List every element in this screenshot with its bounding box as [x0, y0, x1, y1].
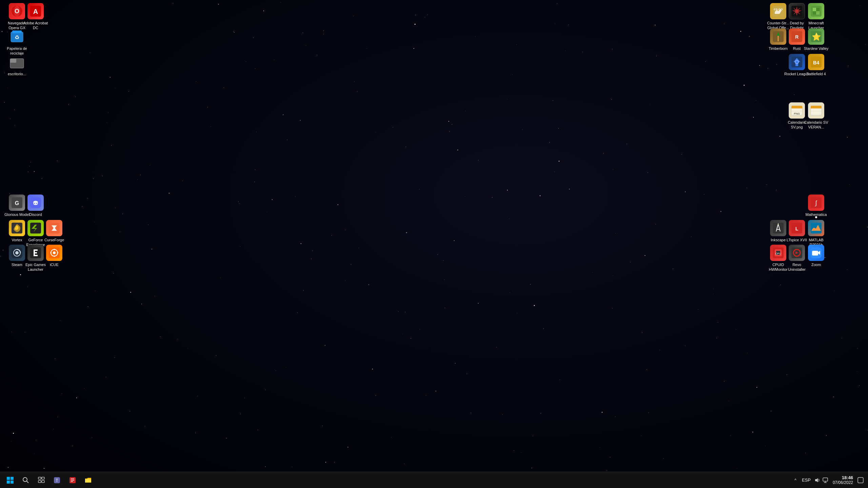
- explorer-button[interactable]: [81, 473, 96, 488]
- start-button[interactable]: [3, 473, 18, 488]
- task-view-button[interactable]: [34, 473, 49, 488]
- acrobat-icon: A: [27, 3, 44, 19]
- escritorio-icon: [9, 54, 25, 70]
- desktop-icon-battlefield[interactable]: B4 Battlefield 4: [801, 53, 831, 78]
- svg-point-21: [15, 251, 19, 255]
- svg-point-14: [34, 203, 35, 204]
- desktop-icon-stardew[interactable]: ⭐ Stardew Valley: [801, 27, 831, 52]
- desktop-icon-discord[interactable]: Discord: [20, 193, 51, 218]
- desktop-icon-escritorio[interactable]: escritorio...: [2, 53, 32, 78]
- svg-line-76: [27, 481, 28, 483]
- svg-rect-77: [38, 477, 41, 479]
- svg-text:∫: ∫: [815, 200, 817, 206]
- escritorio-label: escritorio...: [8, 72, 26, 76]
- volume-icon[interactable]: [814, 477, 821, 484]
- teams-button[interactable]: T: [49, 473, 64, 488]
- svg-rect-55: [811, 107, 822, 108]
- search-button[interactable]: [18, 473, 33, 488]
- mathematica-update-dot: [815, 216, 817, 218]
- system-tray-chevron[interactable]: ^: [792, 477, 799, 484]
- desktop: O Navegador Opera GX A Adobe Acrobat DC …: [0, 0, 868, 472]
- recycle-icon: ♻: [9, 28, 25, 45]
- svg-rect-71: [7, 477, 10, 480]
- svg-text:G: G: [15, 200, 19, 206]
- desktop-icon-mathematica[interactable]: ∫ Mathematica: [801, 193, 831, 218]
- svg-text:T: T: [56, 478, 58, 483]
- svg-rect-73: [7, 481, 10, 484]
- svg-rect-39: [778, 36, 779, 41]
- calendario-veran-icon: [808, 102, 824, 119]
- language-indicator[interactable]: ESP: [800, 477, 812, 484]
- svg-point-15: [36, 203, 37, 204]
- svg-rect-36: [813, 11, 816, 15]
- matlab-icon: [808, 220, 824, 236]
- stardew-icon: ⭐: [808, 28, 824, 45]
- svg-text:PNG: PNG: [794, 112, 800, 115]
- icue-icon: [46, 245, 62, 261]
- battlefield-label: Battlefield 4: [806, 72, 826, 76]
- calendario-veran-label: Calendario SV VERAN...: [803, 120, 830, 130]
- svg-rect-72: [11, 477, 14, 480]
- svg-rect-9: [10, 59, 16, 63]
- rust-label: Rust: [793, 46, 801, 51]
- svg-rect-78: [42, 477, 44, 479]
- clock-date: 07/06/2022: [833, 480, 853, 485]
- svg-rect-87: [823, 478, 828, 481]
- clock-time: 18:46: [842, 475, 853, 480]
- widgets-button[interactable]: [65, 473, 80, 488]
- svg-rect-79: [38, 481, 41, 483]
- notification-button[interactable]: [857, 477, 864, 484]
- taskbar-left: T: [0, 473, 98, 488]
- svg-rect-34: [813, 8, 816, 11]
- svg-text:♻: ♻: [15, 35, 19, 40]
- zoom-icon: [808, 245, 824, 261]
- clock-display[interactable]: 18:46 07/06/2022: [830, 475, 856, 485]
- svg-point-25: [53, 251, 56, 254]
- battlefield-icon: B4: [808, 54, 824, 70]
- svg-text:R: R: [795, 34, 799, 40]
- zoom-label: Zoom: [811, 262, 821, 267]
- desktop-icon-curseforge[interactable]: CurseForge: [39, 219, 69, 244]
- svg-rect-6: [12, 30, 22, 33]
- svg-text:⭐: ⭐: [812, 32, 821, 41]
- curseforge-icon: [46, 220, 62, 236]
- desktop-icon-icue[interactable]: iCUE: [39, 243, 69, 268]
- discord-label: Discord: [29, 212, 42, 217]
- svg-rect-80: [42, 481, 44, 483]
- svg-rect-37: [816, 11, 820, 15]
- desktop-icon-calendario-veran[interactable]: Calendario SV VERAN...: [801, 101, 831, 131]
- discord-icon: [27, 195, 44, 211]
- taskbar-right: ^ ESP 18:46 07/06/2022: [788, 475, 868, 485]
- svg-rect-35: [816, 8, 820, 11]
- svg-text:O: O: [15, 8, 19, 15]
- svg-rect-90: [858, 477, 863, 483]
- svg-text:A: A: [33, 8, 38, 15]
- network-icon[interactable]: [822, 477, 829, 484]
- stardew-label: Stardew Valley: [804, 46, 829, 51]
- taskbar: T ^ ESP: [0, 472, 868, 488]
- desktop-icon-zoom[interactable]: Zoom: [801, 243, 831, 268]
- mathematica-icon: ∫: [808, 195, 824, 211]
- svg-rect-74: [11, 481, 14, 484]
- svg-text:L: L: [795, 226, 799, 231]
- minecraft-icon: [808, 3, 824, 19]
- curseforge-label: CurseForge: [44, 238, 64, 242]
- icue-label: iCUE: [50, 262, 59, 267]
- svg-text:CPU: CPU: [775, 252, 781, 255]
- svg-rect-70: [812, 251, 818, 256]
- svg-text:B4: B4: [813, 60, 819, 65]
- svg-point-75: [23, 477, 27, 482]
